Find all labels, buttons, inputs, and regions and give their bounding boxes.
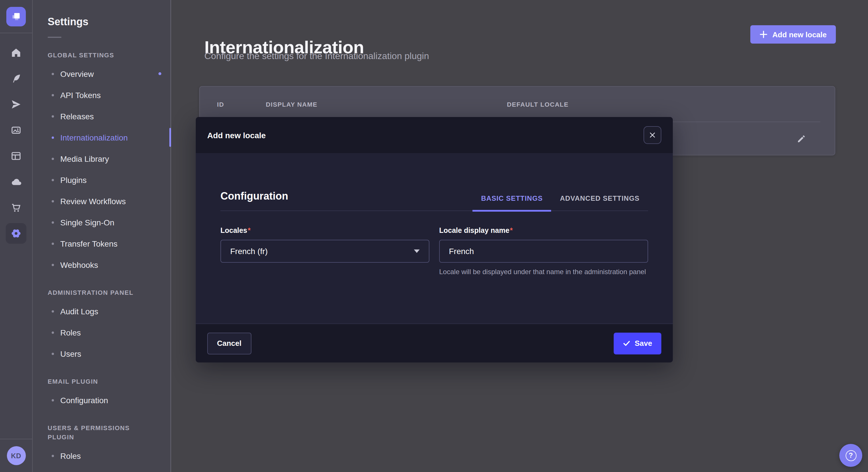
sidebar-item-label: Webhooks <box>60 260 98 269</box>
sidebar-section-admin-panel: ADMINISTRATION PANEL Audit Logs Roles Us… <box>33 288 170 364</box>
form-fields-row: Locales* French (fr) Locale display name… <box>220 226 648 277</box>
bullet-icon <box>52 242 54 245</box>
locales-select[interactable]: French (fr) <box>220 240 429 263</box>
nav-item-marketplace[interactable] <box>6 197 26 218</box>
bullet-icon <box>52 179 54 181</box>
nav-item-releases[interactable] <box>6 94 26 115</box>
sidebar-item-plugins[interactable]: Plugins <box>33 169 170 191</box>
save-button[interactable]: Save <box>613 332 661 354</box>
section-label: EMAIL PLUGIN <box>33 377 170 386</box>
pencil-icon <box>797 134 806 143</box>
sidebar-item-single-sign-on[interactable]: Single Sign-On <box>33 212 170 233</box>
add-new-locale-button[interactable]: Add new locale <box>751 25 836 43</box>
sidebar-item-releases[interactable]: Releases <box>33 105 170 127</box>
section-label: ADMINISTRATION PANEL <box>33 288 170 297</box>
edit-locale-button[interactable] <box>794 131 809 146</box>
nav-item-media-library[interactable] <box>6 120 26 140</box>
display-name-input[interactable] <box>439 240 648 263</box>
help-icon: ? <box>845 450 856 461</box>
sidebar-item-transfer-tokens[interactable]: Transfer Tokens <box>33 233 170 254</box>
layout-icon <box>10 150 22 162</box>
modal-close-button[interactable] <box>644 126 661 144</box>
sidebar-item-label: Roles <box>60 328 81 337</box>
avatar[interactable]: KD <box>7 446 26 465</box>
sidebar-section-email-plugin: EMAIL PLUGIN Configuration <box>33 377 170 411</box>
sidebar-item-up-roles[interactable]: Roles <box>33 445 170 466</box>
modal-body: Configuration BASIC SETTINGS ADVANCED SE… <box>196 153 673 324</box>
sidebar-item-email-configuration[interactable]: Configuration <box>33 390 170 411</box>
sidebar-item-review-workflows[interactable]: Review Workflows <box>33 191 170 212</box>
bullet-icon <box>52 221 54 224</box>
locales-field: Locales* French (fr) <box>220 226 429 277</box>
sidebar-item-audit-logs[interactable]: Audit Logs <box>33 301 170 322</box>
modal-footer: Cancel Save <box>196 324 673 363</box>
nav-item-content-manager[interactable] <box>6 146 26 166</box>
check-icon <box>623 339 630 347</box>
cart-icon <box>10 202 22 213</box>
sidebar-item-api-tokens[interactable]: API Tokens <box>33 84 170 105</box>
logo-section <box>0 0 32 33</box>
sidebar-item-label: Users <box>60 349 81 358</box>
tab-basic-settings[interactable]: BASIC SETTINGS <box>472 194 551 212</box>
required-asterisk: * <box>510 227 513 235</box>
tab-advanced-settings[interactable]: ADVANCED SETTINGS <box>551 194 648 210</box>
nav-item-content-builder[interactable] <box>6 68 26 89</box>
sidebar-item-label: API Tokens <box>60 90 101 100</box>
bullet-icon <box>52 310 54 312</box>
nav-item-cloud[interactable] <box>6 171 26 192</box>
cancel-button[interactable]: Cancel <box>207 332 251 354</box>
bullet-icon <box>52 115 54 117</box>
locales-label: Locales* <box>220 226 429 236</box>
sidebar-section-users-permissions: USERS & PERMISSIONS PLUGIN Roles Provide… <box>33 423 170 472</box>
bullet-icon <box>52 72 54 75</box>
strapi-logo[interactable] <box>6 7 26 26</box>
help-button[interactable]: ? <box>839 444 862 467</box>
sidebar-item-label: Overview <box>60 69 94 78</box>
notification-dot <box>158 72 161 75</box>
app-window: KD Settings GLOBAL SETTINGS Overview API… <box>0 0 868 472</box>
gear-icon <box>10 228 22 239</box>
bullet-icon <box>52 399 54 401</box>
nav-rail: KD <box>0 0 33 472</box>
sidebar-item-label: Plugins <box>60 175 87 184</box>
locales-select-value: French (fr) <box>230 247 268 256</box>
nav-item-settings[interactable] <box>6 223 26 244</box>
section-label: GLOBAL SETTINGS <box>33 50 170 60</box>
sidebar-item-overview[interactable]: Overview <box>33 63 170 84</box>
pictures-icon <box>10 125 22 136</box>
sidebar-item-label: Media Library <box>60 154 109 163</box>
sidebar-item-label: Internationalization <box>60 133 128 142</box>
table-header-row: ID DISPLAY NAME DEFAULT LOCALE <box>200 87 835 122</box>
sidebar-item-internationalization[interactable]: Internationalization <box>33 127 170 148</box>
locales-label-text: Locales <box>220 227 247 235</box>
settings-tabs: BASIC SETTINGS ADVANCED SETTINGS <box>472 194 648 210</box>
sidebar-item-webhooks[interactable]: Webhooks <box>33 254 170 275</box>
sidebar-item-admin-roles[interactable]: Roles <box>33 322 170 343</box>
paper-plane-icon <box>10 99 22 110</box>
bullet-icon <box>52 352 54 355</box>
plus-icon <box>760 30 768 38</box>
nav-rail-items <box>0 33 32 244</box>
add-button-label: Add new locale <box>772 30 827 39</box>
settings-sidebar: Settings GLOBAL SETTINGS Overview API To… <box>33 0 171 472</box>
page-subtitle: Configure the settings for the Internati… <box>205 51 429 61</box>
sidebar-title: Settings <box>33 15 170 29</box>
nav-item-home[interactable] <box>6 42 26 63</box>
bullet-icon <box>52 454 54 457</box>
modal-header: Add new locale <box>196 117 673 153</box>
bullet-icon <box>52 136 54 138</box>
modal-title: Add new locale <box>207 131 266 140</box>
sidebar-item-label: Releases <box>60 111 94 121</box>
sidebar-item-admin-users[interactable]: Users <box>33 343 170 364</box>
sidebar-item-label: Configuration <box>60 396 108 405</box>
bullet-icon <box>52 94 54 96</box>
display-name-label-text: Locale display name <box>439 227 509 235</box>
home-icon <box>10 47 22 59</box>
sidebar-item-label: Transfer Tokens <box>60 239 117 248</box>
feather-icon <box>10 73 22 84</box>
display-name-label: Locale display name* <box>439 226 648 236</box>
section-label: USERS & PERMISSIONS PLUGIN <box>33 423 170 442</box>
sidebar-item-up-providers[interactable]: Providers <box>33 466 170 472</box>
sidebar-item-media-library[interactable]: Media Library <box>33 148 170 169</box>
configuration-header-row: Configuration BASIC SETTINGS ADVANCED SE… <box>220 153 648 211</box>
